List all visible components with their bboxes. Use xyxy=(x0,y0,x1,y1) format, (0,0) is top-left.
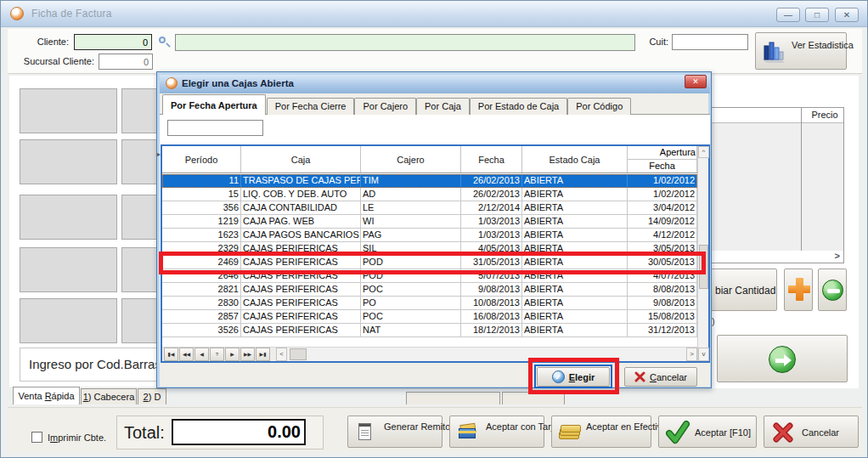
dialog-tab-6[interactable]: Por Código xyxy=(567,98,631,115)
quick-products-panel xyxy=(9,76,156,387)
bottom-bar: Imprimir Cbte. Total: Generar Remito Ace… xyxy=(8,407,862,453)
dialog-tab-3[interactable]: Por Cajero xyxy=(354,98,416,115)
grid-row-356[interactable]: 356CAJA CONTABILIDADLE2/12/2014ABIERTA3/… xyxy=(162,201,697,215)
minimize-button[interactable]: — xyxy=(776,8,800,22)
dialog-cancelar-button[interactable]: Cancelar xyxy=(624,367,697,387)
grid-row-2821[interactable]: 2821CAJAS PERIFERICASPOC9/08/2013ABIERTA… xyxy=(162,283,697,297)
plus-icon xyxy=(785,269,812,310)
dialog-title: Elegir una Cajas Abierta xyxy=(182,78,294,88)
close-button[interactable]: ✕ xyxy=(835,8,859,22)
cajas-grid: Período Caja Cajero Fecha Estado Caja Ap… xyxy=(161,144,710,363)
vertical-scroll-thumb[interactable] xyxy=(699,245,708,289)
grid-horizontal-scrollbar[interactable]: < > xyxy=(276,348,697,361)
ver-estadistica-button[interactable]: Ver Estadistica xyxy=(755,32,847,70)
grid-row-2329[interactable]: 2329CAJAS PERIFERICASSIL4/05/2013ABIERTA… xyxy=(162,242,697,256)
quick-product-button[interactable] xyxy=(20,247,117,292)
grid-row-1623[interactable]: 1623CAJA PAGOS BANCARIOSPAG1/03/2013ABIE… xyxy=(162,229,697,242)
grid-body: 11TRASPASO DE CAJAS PERTIM26/02/2013ABIE… xyxy=(162,174,697,337)
cancelar-button[interactable]: Cancelar xyxy=(764,416,859,448)
grid-nav-button-2[interactable]: ◀◀ xyxy=(179,348,194,361)
grid-nav-button-6[interactable]: ▶▶ xyxy=(240,348,255,361)
col-header-estado-caja[interactable]: Estado Caja xyxy=(522,146,628,172)
quick-product-button[interactable] xyxy=(20,195,117,240)
aceptar-button[interactable]: Aceptar [F10] xyxy=(658,416,757,448)
scroll-right-icon[interactable]: > xyxy=(686,348,697,361)
imprimir-label: Imprimir Cbte. xyxy=(48,433,106,443)
dialog-close-button[interactable]: ✕ xyxy=(685,75,707,88)
col-header-periodo[interactable]: Período xyxy=(162,146,241,172)
tab-cabecera[interactable]: 1) Cabecera xyxy=(81,388,137,404)
grid-vertical-scrollbar[interactable]: ^ v xyxy=(697,146,708,361)
cliente-code-input[interactable] xyxy=(74,34,152,50)
col-header-fecha[interactable]: Fecha xyxy=(461,146,522,172)
grid-nav-button-5[interactable]: ▶ xyxy=(225,348,240,361)
cliente-name-input[interactable] xyxy=(175,34,635,51)
quick-product-button[interactable] xyxy=(20,88,117,133)
total-label: Total: xyxy=(124,423,165,443)
elegir-caja-dialog: Elegir una Cajas Abierta ✕ Por Fecha Ape… xyxy=(156,71,712,388)
minus-icon xyxy=(822,280,843,301)
aceptar-efectivo-button[interactable]: Aceptar en Efectivo [F8] xyxy=(551,416,651,448)
col-header-apertura[interactable]: Apertura xyxy=(628,146,696,160)
search-icon[interactable] xyxy=(158,36,171,48)
col-header-cajero[interactable]: Cajero xyxy=(361,146,461,172)
sucursal-cliente-input[interactable] xyxy=(99,54,153,70)
app-logo-icon xyxy=(10,7,24,20)
tab-hidden-1[interactable] xyxy=(406,392,500,404)
confirm-line-button[interactable] xyxy=(717,335,848,382)
arrow-right-icon xyxy=(769,346,796,373)
precio-column-header: Precio xyxy=(805,110,844,120)
small-red-x-icon xyxy=(634,371,645,382)
aceptar-tarjeta-button[interactable]: Aceptar con Tarjeta xyxy=(449,416,544,448)
red-x-icon xyxy=(773,422,793,443)
cuit-label: Cuit: xyxy=(638,37,668,47)
scroll-down-icon[interactable]: v xyxy=(698,348,709,361)
dialog-tab-strip: Por Fecha AperturaPor Fecha CierrePor Ca… xyxy=(162,95,631,115)
grid-row-1219[interactable]: 1219CAJA PAG. WEBWI1/03/2013ABIERTA14/09… xyxy=(162,215,697,229)
scroll-left-icon[interactable]: < xyxy=(276,348,287,361)
window-title: Ficha de Factura xyxy=(31,8,112,20)
credit-card-icon xyxy=(459,424,479,439)
total-input[interactable] xyxy=(172,419,306,445)
tab-detalle[interactable]: 2) D xyxy=(138,388,166,404)
grid-row-11[interactable]: 11TRASPASO DE CAJAS PERTIM26/02/2013ABIE… xyxy=(162,174,697,188)
dialog-titlebar: Elegir una Cajas Abierta xyxy=(160,75,710,93)
quick-product-button[interactable] xyxy=(20,298,117,343)
grid-row-3526[interactable]: 3526CAJAS PERIFERICASNAT18/12/2013ABIERT… xyxy=(162,324,697,337)
grid-row-2857[interactable]: 2857CAJAS PERIFERICASPOC16/08/2013ABIERT… xyxy=(162,310,697,324)
dialog-tab-5[interactable]: Por Estado de Caja xyxy=(470,98,567,115)
col-header-caja[interactable]: Caja xyxy=(241,146,361,172)
add-item-button[interactable] xyxy=(784,269,813,311)
grid-row-2646[interactable]: 2646CAJAS PERIFERICASPOD5/07/2013ABIERTA… xyxy=(162,269,697,283)
horizontal-scroll-thumb[interactable] xyxy=(290,348,307,360)
cuit-input[interactable] xyxy=(672,34,748,50)
grid-nav-button-4[interactable]: ? xyxy=(210,348,224,361)
header-form: Cliente: Cuit: Ver Estadistica Sucursal … xyxy=(8,29,862,74)
dialog-tab-2[interactable]: Por Fecha Cierre xyxy=(267,98,355,115)
grid-nav-button-1[interactable]: ▮◀ xyxy=(164,348,178,361)
col-header-apertura-fecha[interactable]: Fecha xyxy=(628,160,696,172)
scroll-up-icon[interactable]: ^ xyxy=(698,146,709,158)
quick-product-button[interactable] xyxy=(20,139,117,184)
sucursal-cliente-label: Sucursal Cliente: xyxy=(13,56,94,66)
tab-hidden-2[interactable] xyxy=(502,392,565,404)
maximize-button[interactable]: □ xyxy=(805,8,829,22)
grid-navigator: ▮◀◀◀◀?▶▶▶▶▮ < > xyxy=(162,347,697,361)
ver-estadistica-label: Ver Estadistica xyxy=(792,40,843,51)
elegir-focus-ring xyxy=(534,365,612,388)
generar-remito-button[interactable]: Generar Remito xyxy=(347,416,442,448)
tab-venta-rapida[interactable]: Venta Rápida xyxy=(13,387,80,404)
remove-item-button[interactable] xyxy=(818,269,847,311)
green-check-icon xyxy=(666,421,690,444)
grid-nav-button-3[interactable]: ◀ xyxy=(194,348,209,361)
ficha-de-factura-window: Ficha de Factura — □ ✕ Cliente: Cuit: Ve… xyxy=(0,0,868,458)
window-titlebar: Ficha de Factura — □ ✕ xyxy=(1,1,868,27)
imprimir-checkbox[interactable] xyxy=(31,432,42,443)
dialog-tab-1[interactable]: Por Fecha Apertura xyxy=(162,94,266,115)
grid-row-2469[interactable]: 2469CAJAS PERIFERICASPOD31/05/2013ABIERT… xyxy=(162,256,697,269)
grid-nav-button-7[interactable]: ▶▮ xyxy=(256,348,270,361)
grid-row-15[interactable]: 15LIQ. COB. Y DEB. AUTOAD26/02/2013ABIER… xyxy=(162,188,697,201)
dialog-filter-input[interactable] xyxy=(167,120,263,136)
dialog-tab-4[interactable]: Por Caja xyxy=(416,98,470,115)
grid-row-2830[interactable]: 2830CAJAS PERIFERICASPO10/08/2013ABIERTA… xyxy=(162,297,697,310)
